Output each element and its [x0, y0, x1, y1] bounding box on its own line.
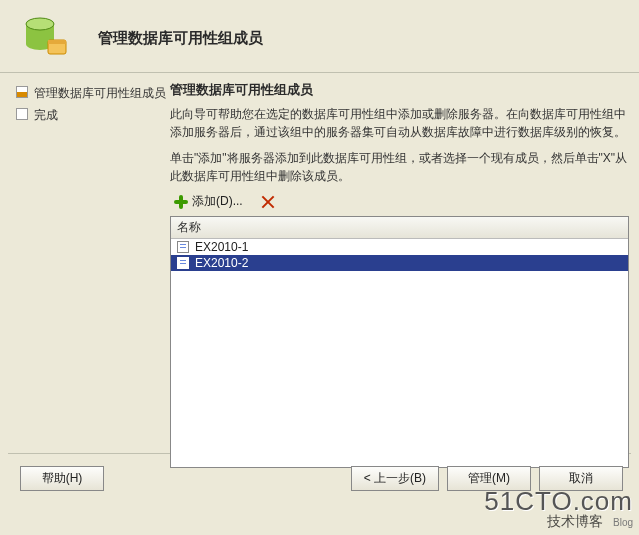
section-description: 此向导可帮助您在选定的数据库可用性组中添加或删除服务器。在向数据库可用性组中添加… — [170, 105, 629, 141]
sidebar: 管理数据库可用性组成员 完成 — [16, 81, 166, 451]
svg-rect-3 — [48, 40, 66, 44]
step-manage-members: 管理数据库可用性组成员 — [16, 85, 166, 101]
add-button[interactable]: 添加(D)... — [170, 191, 247, 212]
column-header-name[interactable]: 名称 — [171, 217, 628, 239]
watermark-sub: 技术博客 Blog — [484, 513, 633, 531]
section-hint: 单击"添加"将服务器添加到此数据库可用性组，或者选择一个现有成员，然后单击"X"… — [170, 149, 629, 185]
watermark-brand: 51CTO.com — [484, 490, 633, 513]
manage-button[interactable]: 管理(M) — [447, 466, 531, 491]
back-button[interactable]: < 上一步(B) — [351, 466, 439, 491]
list-item-label: EX2010-1 — [195, 240, 248, 254]
step-label: 完成 — [34, 107, 58, 123]
members-listbox[interactable]: 名称 EX2010-1 EX2010-2 — [170, 216, 629, 468]
x-icon — [261, 195, 275, 209]
toolbar: 添加(D)... — [170, 189, 629, 216]
body: 管理数据库可用性组成员 完成 管理数据库可用性组成员 此向导可帮助您在选定的数据… — [0, 73, 639, 451]
database-group-icon — [22, 14, 70, 62]
plus-icon — [174, 195, 188, 209]
footer-button-group: < 上一步(B) 管理(M) 取消 — [351, 466, 623, 491]
wizard-dialog: 管理数据库可用性组成员 管理数据库可用性组成员 完成 管理数据库可用性组成员 此… — [0, 0, 639, 535]
step-pending-icon — [16, 108, 28, 120]
list-rows: EX2010-1 EX2010-2 — [171, 239, 628, 467]
header: 管理数据库可用性组成员 — [0, 0, 639, 73]
help-button[interactable]: 帮助(H) — [20, 466, 104, 491]
watermark: 51CTO.com 技术博客 Blog — [484, 490, 633, 531]
remove-button[interactable] — [257, 193, 279, 211]
page-title: 管理数据库可用性组成员 — [98, 29, 263, 48]
step-current-icon — [16, 86, 28, 98]
main-panel: 管理数据库可用性组成员 此向导可帮助您在选定的数据库可用性组中添加或删除服务器。… — [166, 81, 629, 451]
step-label: 管理数据库可用性组成员 — [34, 85, 166, 101]
section-title: 管理数据库可用性组成员 — [170, 81, 629, 99]
add-button-label: 添加(D)... — [192, 193, 243, 210]
step-complete: 完成 — [16, 107, 166, 123]
list-item[interactable]: EX2010-1 — [171, 239, 628, 255]
server-icon — [177, 241, 189, 253]
server-icon — [177, 257, 189, 269]
cancel-button[interactable]: 取消 — [539, 466, 623, 491]
list-item[interactable]: EX2010-2 — [171, 255, 628, 271]
list-item-label: EX2010-2 — [195, 256, 248, 270]
